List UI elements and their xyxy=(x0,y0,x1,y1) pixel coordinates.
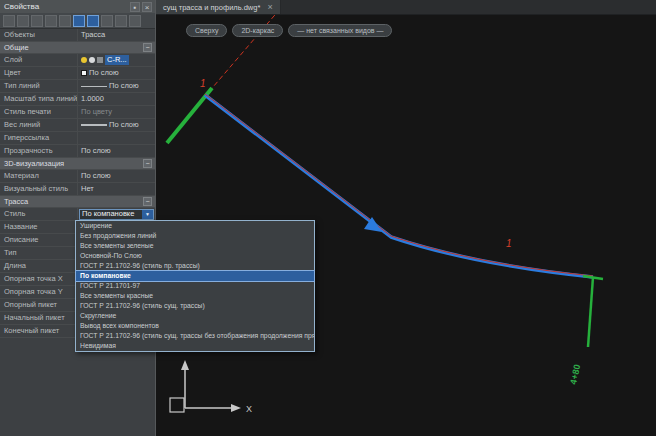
chevron-down-icon[interactable]: ▼ xyxy=(142,210,153,219)
layer-name[interactable]: C-R... xyxy=(105,55,129,65)
panel-toolbar xyxy=(0,13,155,29)
section-general-label: Общие xyxy=(4,43,29,52)
dropdown-item[interactable]: Вывод всех компонентов xyxy=(76,321,314,331)
ref-station-label: Опорный пикет xyxy=(0,299,78,311)
curve-number-label: 1 xyxy=(200,78,206,89)
panel-toolbar-icon[interactable] xyxy=(129,15,141,27)
linetype-scale-value[interactable]: 1.0000 xyxy=(78,93,155,105)
collapse-icon[interactable]: − xyxy=(143,197,152,206)
transparency-value[interactable]: По слою xyxy=(78,145,155,157)
ucs-icon xyxy=(170,360,241,412)
curve-number-label: 1 xyxy=(506,238,512,249)
linked-views-button[interactable]: — нет связанных видов — xyxy=(288,24,392,37)
x-axis-label: X xyxy=(246,404,252,414)
panel-toolbar-icon[interactable] xyxy=(73,15,85,27)
lineweight-sample-icon xyxy=(81,124,107,126)
panel-toolbar-icon[interactable] xyxy=(115,15,127,27)
objects-value[interactable]: Трасса xyxy=(78,29,155,41)
panel-toolbar-icon[interactable] xyxy=(3,15,15,27)
linetype-sample-icon xyxy=(81,86,107,87)
section-3d-label: 3D-визуализация xyxy=(4,159,64,168)
dropdown-item[interactable]: Скругление xyxy=(76,311,314,321)
pin-icon[interactable]: ▪ xyxy=(130,2,140,12)
dropdown-item[interactable]: ГОСТ Р 21.1702-96 (стиль сущ. трассы без… xyxy=(76,331,314,341)
viewport-controls: Сверху 2D-каркас — нет связанных видов — xyxy=(186,24,392,37)
property-row-linetype: Тип линий По слою xyxy=(0,80,155,93)
dropdown-item[interactable]: Основной-По Слою xyxy=(76,251,314,261)
panel-toolbar-icon[interactable] xyxy=(59,15,71,27)
tab-close-icon[interactable]: × xyxy=(267,3,272,12)
property-row-color: Цвет По слою xyxy=(0,67,155,80)
document-tabbar: сущ трасса и профиль.dwg* × xyxy=(156,0,656,15)
layer-value[interactable]: C-R... xyxy=(78,54,155,66)
dropdown-item[interactable]: ГОСТ Р 21.1701-97 xyxy=(76,281,314,291)
plot-style-label: Стиль печати xyxy=(0,106,78,118)
layer-label: Слой xyxy=(0,54,78,66)
panel-toolbar-icon[interactable] xyxy=(101,15,113,27)
app-window: Свойства ▪ × Объекты Трасса Общие − xyxy=(0,0,656,436)
visual-style-label: Визуальный стиль xyxy=(0,183,78,195)
dropdown-item-selected[interactable]: По компановке xyxy=(76,271,314,281)
dropdown-item[interactable]: Уширение xyxy=(76,221,314,231)
transparency-label: Прозрачность xyxy=(0,145,78,157)
property-row-visual-style: Визуальный стиль Нет xyxy=(0,183,155,196)
panel-titlebar[interactable]: Свойства ▪ × xyxy=(0,0,155,13)
visual-style-button[interactable]: 2D-каркас xyxy=(232,24,283,37)
properties-panel: Свойства ▪ × Объекты Трасса Общие − xyxy=(0,0,156,436)
collapse-icon[interactable]: − xyxy=(143,43,152,52)
plot-style-value: По цвету xyxy=(78,106,155,118)
drawing-area[interactable]: сущ трасса и профиль.dwg* × Сверху 2D-ка… xyxy=(156,0,656,436)
property-row-plot-style: Стиль печати По цвету xyxy=(0,106,155,119)
panel-toolbar-icon[interactable] xyxy=(45,15,57,27)
layer-on-icon[interactable] xyxy=(81,57,87,63)
color-swatch-icon xyxy=(81,70,87,76)
layer-lock-icon[interactable] xyxy=(97,57,103,63)
objects-label: Объекты xyxy=(0,29,78,41)
style-label: Стиль xyxy=(0,208,78,220)
panel-toolbar-icon[interactable] xyxy=(17,15,29,27)
linetype-value[interactable]: По слою xyxy=(78,80,155,92)
ref-point-y-label: Опорная точка Y xyxy=(0,286,78,298)
style-combobox-text: По компановке xyxy=(80,208,142,220)
section-trassa-label: Трасса xyxy=(4,197,28,206)
station-marker-line[interactable] xyxy=(588,277,593,347)
section-3d-visualization[interactable]: 3D-визуализация − xyxy=(0,158,155,170)
dropdown-item[interactable]: Все элементы красные xyxy=(76,291,314,301)
dropdown-item[interactable]: Невидимая xyxy=(76,341,314,351)
dropdown-item[interactable]: ГОСТ Р 21.1702-96 (стиль пр. трассы) xyxy=(76,261,314,271)
collapse-icon[interactable]: − xyxy=(143,159,152,168)
tab-drawing[interactable]: сущ трасса и профиль.dwg* × xyxy=(156,0,281,14)
dropdown-item[interactable]: Все элементы зеленые xyxy=(76,241,314,251)
hyperlink-label: Гиперссылка xyxy=(0,132,78,144)
section-trassa[interactable]: Трасса − xyxy=(0,196,155,208)
style-value: По компановке ▼ xyxy=(78,208,155,220)
visual-style-value[interactable]: Нет xyxy=(78,183,155,195)
layer-freeze-icon[interactable] xyxy=(89,57,95,63)
color-text: По слою xyxy=(89,67,119,79)
section-general[interactable]: Общие − xyxy=(0,42,155,54)
panel-toolbar-icon[interactable] xyxy=(87,15,99,27)
panel-toolbar-icon[interactable] xyxy=(31,15,43,27)
name-label: Название xyxy=(0,221,78,233)
station-text-label: 4+80 xyxy=(568,363,582,385)
view-direction-button[interactable]: Сверху xyxy=(186,24,227,37)
objects-row: Объекты Трасса xyxy=(0,29,155,42)
tab-title: сущ трасса и профиль.dwg* xyxy=(163,3,260,12)
linetype-label: Тип линий xyxy=(0,80,78,92)
lineweight-value[interactable]: По слою xyxy=(78,119,155,131)
color-value[interactable]: По слою xyxy=(78,67,155,79)
close-icon[interactable]: × xyxy=(142,2,152,12)
style-combobox[interactable]: По компановке ▼ xyxy=(79,209,154,220)
property-row-linetype-scale: Масштаб типа линий 1.0000 xyxy=(0,93,155,106)
hyperlink-value[interactable] xyxy=(78,132,155,144)
material-value[interactable]: По слою xyxy=(78,170,155,182)
linetype-text: По слою xyxy=(109,80,139,92)
style-dropdown-list: Уширение Без продолжения линий Все элеме… xyxy=(75,220,315,352)
property-row-hyperlink: Гиперссылка xyxy=(0,132,155,145)
end-station-label: Конечный пикет xyxy=(0,325,78,337)
dropdown-item[interactable]: Без продолжения линий xyxy=(76,231,314,241)
dropdown-item[interactable]: ГОСТ Р 21.1702-96 (стиль сущ. трассы) xyxy=(76,301,314,311)
property-row-transparency: Прозрачность По слою xyxy=(0,145,155,158)
type-label: Тип xyxy=(0,247,78,259)
lineweight-text: По слою xyxy=(109,119,139,131)
